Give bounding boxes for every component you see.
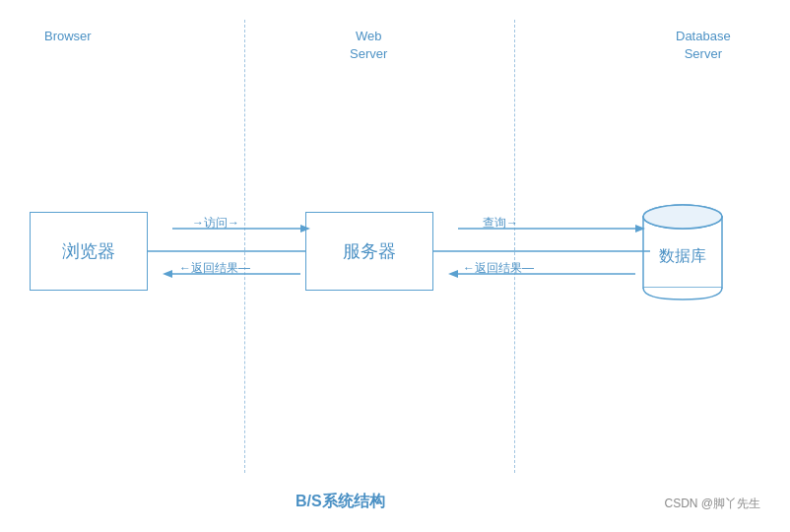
dashed-line-1 [244,20,245,473]
arrow-query-label: 查询→ [483,215,518,232]
dbserver-label: DatabaseServer [676,28,731,63]
svg-text:数据库: 数据库 [659,247,706,264]
arrow-return1-label: ←返回结果— [179,260,250,277]
browser-box-label: 浏览器 [62,239,115,263]
server-box: 服务器 [305,212,433,291]
diagram-container: Browser WebServer DatabaseServer 浏览器 服务器… [0,0,790,532]
svg-point-2 [643,205,722,229]
database-cylinder: 数据库 [638,197,727,305]
browser-label: Browser [44,28,92,45]
svg-marker-9 [163,270,172,278]
server-box-label: 服务器 [343,239,396,263]
credit-label: CSDN @脚丫先生 [664,496,760,512]
arrow-return2-label: ←返回结果— [463,260,534,277]
arrow-visit-label: →访问→ [192,215,239,232]
diagram-title: B/S系统结构 [296,492,385,512]
webserver-label: WebServer [350,28,387,63]
svg-marker-13 [448,270,458,278]
browser-box: 浏览器 [30,212,148,291]
dashed-line-2 [514,20,515,473]
